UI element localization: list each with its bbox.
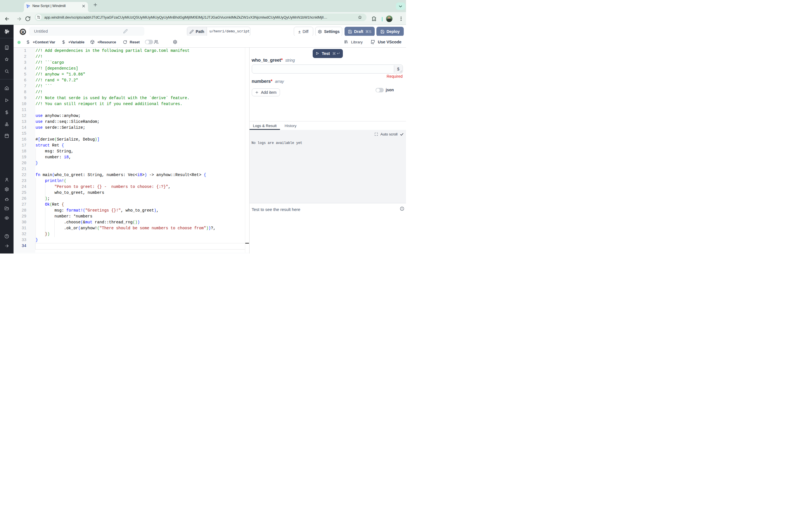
svg-text:R: R [21,30,24,34]
